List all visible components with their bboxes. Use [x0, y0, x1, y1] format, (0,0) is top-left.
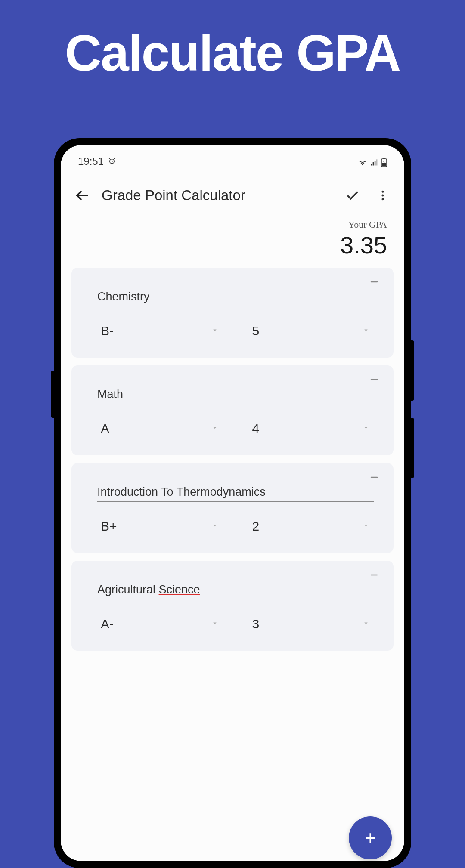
chevron-down-icon: [362, 619, 370, 629]
app-bar: Grade Point Calculator: [61, 172, 404, 215]
add-course-fab[interactable]: +: [349, 816, 392, 859]
remove-course-button[interactable]: [368, 275, 381, 288]
course-card: MathA4: [71, 365, 394, 455]
grade-value: B+: [101, 519, 117, 534]
grade-value: A: [101, 421, 109, 436]
credits-selector[interactable]: 5: [249, 321, 375, 340]
remove-course-button[interactable]: [368, 373, 381, 386]
course-selectors: B-5: [97, 321, 374, 340]
grade-value: B-: [101, 324, 114, 338]
gpa-display: Your GPA 3.35: [61, 215, 404, 268]
credits-selector[interactable]: 2: [249, 517, 375, 536]
phone-side-button-2: [411, 418, 414, 478]
chevron-down-icon: [362, 326, 370, 336]
svg-point-8: [382, 191, 384, 193]
chevron-down-icon: [211, 522, 219, 531]
course-selectors: B+2: [97, 517, 374, 536]
course-card: Introduction To ThermodynamicsB+2: [71, 463, 394, 553]
phone-frame: 19:51 Grade Point C: [54, 138, 411, 868]
credits-value: 4: [252, 421, 260, 436]
chevron-down-icon: [211, 619, 219, 629]
course-list: ChemistryB-5MathA4Introduction To Thermo…: [61, 268, 404, 651]
remove-course-button[interactable]: [368, 568, 381, 581]
svg-rect-2: [373, 162, 374, 166]
wifi-icon: [358, 155, 367, 167]
svg-point-10: [382, 198, 384, 200]
status-bar-right: [358, 155, 387, 167]
status-bar: 19:51: [61, 145, 404, 172]
svg-point-9: [382, 195, 384, 197]
course-name-input[interactable]: Agricultural Science: [97, 581, 374, 599]
signal-icon: [370, 155, 378, 167]
app-title: Grade Point Calculator: [102, 187, 333, 204]
phone-volume-button: [51, 371, 54, 418]
overflow-menu-button[interactable]: [372, 185, 394, 206]
svg-rect-3: [375, 161, 376, 165]
svg-rect-4: [376, 159, 378, 165]
svg-rect-1: [371, 164, 372, 165]
chevron-down-icon: [362, 522, 370, 531]
course-selectors: A-3: [97, 615, 374, 633]
chevron-down-icon: [211, 424, 219, 433]
course-selectors: A4: [97, 419, 374, 438]
credits-value: 2: [252, 519, 260, 534]
course-name-input[interactable]: Chemistry: [97, 287, 374, 306]
phone-side-button-1: [411, 340, 414, 401]
credits-value: 3: [252, 617, 260, 631]
grade-value: A-: [101, 617, 114, 631]
plus-icon: +: [365, 827, 376, 849]
gpa-value: 3.35: [78, 231, 387, 259]
hero-title: Calculate GPA: [65, 24, 400, 82]
course-card: ChemistryB-5: [71, 268, 394, 358]
alarm-icon: [108, 155, 116, 167]
credits-value: 5: [252, 324, 260, 338]
chevron-down-icon: [211, 326, 219, 336]
course-name-input[interactable]: Math: [97, 385, 374, 404]
grade-selector[interactable]: B+: [97, 517, 223, 536]
battery-icon: [381, 155, 387, 167]
phone-screen: 19:51 Grade Point C: [61, 145, 404, 861]
credits-selector[interactable]: 3: [249, 615, 375, 633]
course-name-input[interactable]: Introduction To Thermodynamics: [97, 483, 374, 502]
grade-selector[interactable]: B-: [97, 321, 223, 340]
credits-selector[interactable]: 4: [249, 419, 375, 438]
grade-selector[interactable]: A: [97, 419, 223, 438]
status-time: 19:51: [78, 155, 104, 167]
course-card: Agricultural ScienceA-3: [71, 561, 394, 651]
svg-rect-7: [383, 158, 385, 159]
back-button[interactable]: [71, 185, 93, 206]
status-bar-left: 19:51: [78, 155, 116, 167]
grade-selector[interactable]: A-: [97, 615, 223, 633]
chevron-down-icon: [362, 424, 370, 433]
gpa-label: Your GPA: [78, 219, 387, 230]
confirm-button[interactable]: [342, 185, 363, 206]
remove-course-button[interactable]: [368, 471, 381, 484]
